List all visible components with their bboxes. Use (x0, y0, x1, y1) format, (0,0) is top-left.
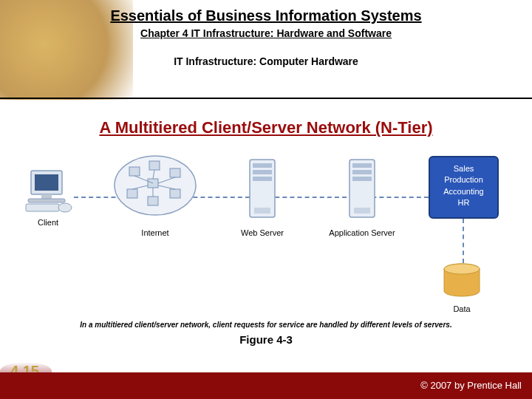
section-title: IT Infrastructure: Computer Hardware (0, 55, 532, 67)
svg-rect-4 (26, 204, 59, 211)
client-node: Client (15, 167, 81, 227)
vertical-line (463, 219, 464, 263)
svg-rect-8 (149, 161, 160, 170)
data-node: Data (440, 263, 484, 313)
svg-rect-9 (170, 168, 180, 177)
webserver-node: Web Server (236, 156, 288, 237)
header-divider (0, 98, 532, 99)
svg-rect-3 (28, 199, 65, 202)
client-icon (22, 167, 74, 215)
svg-rect-27 (352, 170, 372, 174)
network-diagram: Client (15, 152, 517, 315)
svg-rect-26 (352, 163, 372, 168)
figure-label: Figure 4-3 (0, 333, 532, 346)
svg-rect-12 (170, 189, 180, 198)
slide-heading: A Multitiered Client/Server Network (N-T… (0, 111, 532, 152)
internet-label: Internet (111, 228, 200, 237)
svg-rect-21 (253, 163, 272, 168)
app-hr: HR (433, 197, 494, 208)
svg-rect-23 (253, 177, 272, 181)
app-accounting: Accounting (433, 186, 494, 197)
internet-node: Internet (111, 152, 200, 237)
svg-rect-11 (148, 197, 158, 205)
svg-point-5 (58, 203, 72, 212)
content-area: A Multitiered Client/Server Network (N-T… (0, 111, 532, 369)
svg-rect-28 (352, 177, 372, 181)
appserver-icon (344, 156, 381, 222)
svg-rect-24 (254, 208, 270, 214)
webserver-icon (244, 156, 281, 222)
webserver-label: Web Server (236, 228, 288, 237)
internet-icon (111, 152, 200, 222)
svg-point-31 (444, 264, 480, 274)
applications-box: Sales Production Accounting HR (429, 156, 499, 219)
svg-rect-1 (35, 174, 58, 191)
copyright-text: © 2007 by Prentice Hall (420, 380, 522, 391)
header: Essentials of Business Information Syste… (0, 0, 532, 67)
footer-bar: © 2007 by Prentice Hall (0, 372, 532, 399)
chapter-title: Chapter 4 IT Infrastructure: Hardware an… (0, 27, 532, 39)
book-title: Essentials of Business Information Syste… (0, 7, 532, 24)
svg-rect-29 (354, 208, 370, 214)
appserver-node: Application Server (325, 156, 399, 237)
svg-rect-2 (41, 194, 52, 199)
svg-rect-22 (253, 170, 272, 174)
diagram-caption: In a multitiered client/server network, … (0, 321, 532, 329)
client-label: Client (15, 218, 81, 227)
database-icon (442, 263, 482, 299)
appserver-label: Application Server (325, 228, 399, 237)
svg-rect-10 (127, 189, 137, 198)
app-production: Production (433, 174, 494, 185)
app-sales: Sales (433, 163, 494, 174)
svg-rect-7 (129, 167, 140, 176)
data-label: Data (440, 304, 484, 313)
